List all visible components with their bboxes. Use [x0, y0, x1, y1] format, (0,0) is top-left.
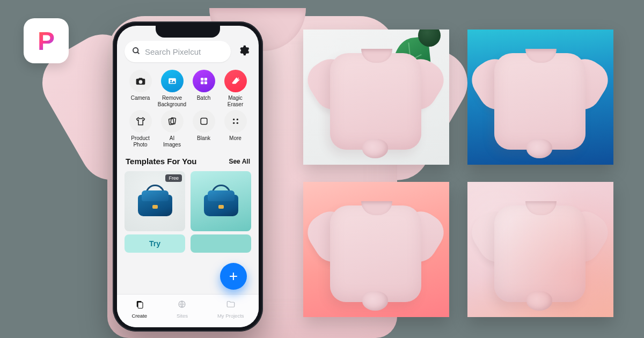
svg-point-15 — [233, 122, 235, 124]
phone-mockup: Search Pixelcut Camera — [113, 21, 263, 332]
blank-icon — [193, 110, 215, 133]
tool-remove-background[interactable]: Remove Background — [156, 70, 188, 108]
tshirt-icon — [129, 110, 152, 133]
try-button[interactable]: Try — [125, 234, 185, 253]
svg-point-9 — [239, 79, 240, 80]
svg-point-13 — [233, 119, 235, 120]
remove-bg-icon — [161, 70, 184, 92]
tool-ai-images[interactable]: AI Images — [156, 110, 188, 148]
tshirt-mockup — [474, 196, 607, 314]
globe-icon — [177, 299, 187, 312]
search-icon — [132, 47, 141, 57]
tshirt-mockup — [310, 196, 443, 314]
pixelcut-logo-icon: P — [38, 26, 55, 56]
layers-icon — [135, 299, 144, 312]
handbag-image — [136, 186, 174, 216]
tool-blank[interactable]: Blank — [188, 110, 219, 148]
mockup-card — [303, 30, 449, 165]
svg-point-8 — [238, 78, 239, 79]
tool-magic-eraser[interactable]: Magic Eraser — [219, 70, 251, 108]
tool-batch[interactable]: Batch — [188, 70, 219, 108]
app-icon: P — [24, 18, 69, 63]
grid-icon — [193, 70, 215, 92]
eraser-icon — [224, 70, 247, 92]
tool-label: More — [229, 135, 241, 148]
tab-my-projects[interactable]: My Projects — [217, 299, 244, 319]
mockup-card — [467, 30, 613, 165]
template-card[interactable] — [191, 171, 251, 253]
search-input[interactable]: Search Pixelcut — [125, 41, 231, 62]
folder-icon — [226, 299, 236, 312]
add-button[interactable]: + — [220, 263, 247, 290]
tool-label: AI Images — [163, 135, 181, 148]
cards-icon — [161, 110, 184, 133]
svg-point-3 — [170, 80, 172, 82]
tshirt-mockup — [474, 43, 607, 161]
try-button[interactable] — [191, 234, 251, 253]
svg-rect-5 — [204, 78, 207, 80]
camera-icon — [129, 70, 152, 92]
tool-label: Magic Eraser — [228, 95, 243, 108]
template-card[interactable]: Free Try — [125, 171, 185, 253]
mockup-card — [467, 182, 613, 317]
tab-sites[interactable]: Sites — [177, 299, 188, 319]
tool-product-photo[interactable]: Product Photo — [125, 110, 156, 148]
more-icon — [224, 110, 247, 133]
tool-label: Camera — [131, 95, 150, 108]
svg-point-14 — [236, 119, 238, 120]
phone-notch — [156, 26, 220, 38]
tool-label: Batch — [197, 95, 211, 108]
plus-icon: + — [229, 268, 238, 285]
mockup-grid — [303, 30, 613, 317]
tab-label: Sites — [177, 313, 188, 319]
tool-label: Product Photo — [131, 135, 149, 148]
svg-rect-7 — [204, 82, 207, 84]
tab-create[interactable]: Create — [131, 299, 147, 319]
svg-line-1 — [137, 52, 139, 54]
search-placeholder: Search Pixelcut — [145, 47, 201, 56]
mockup-card — [303, 182, 449, 317]
templates-heading: Templates For You — [126, 157, 197, 166]
svg-rect-6 — [201, 82, 203, 84]
svg-rect-12 — [201, 118, 207, 124]
free-badge: Free — [165, 174, 182, 182]
settings-button[interactable] — [236, 44, 251, 59]
tool-more[interactable]: More — [219, 110, 251, 148]
svg-point-0 — [133, 48, 138, 53]
tab-label: Create — [131, 313, 147, 319]
handbag-image — [202, 186, 240, 216]
see-all-link[interactable]: See All — [229, 158, 250, 165]
tshirt-mockup — [310, 43, 443, 161]
gear-icon — [238, 45, 250, 58]
tool-camera[interactable]: Camera — [125, 70, 156, 108]
svg-rect-18 — [138, 302, 143, 308]
tool-label: Remove Background — [158, 95, 186, 108]
tool-label: Blank — [197, 135, 210, 148]
tab-label: My Projects — [217, 313, 244, 319]
svg-point-16 — [236, 122, 238, 124]
svg-rect-4 — [201, 78, 203, 80]
